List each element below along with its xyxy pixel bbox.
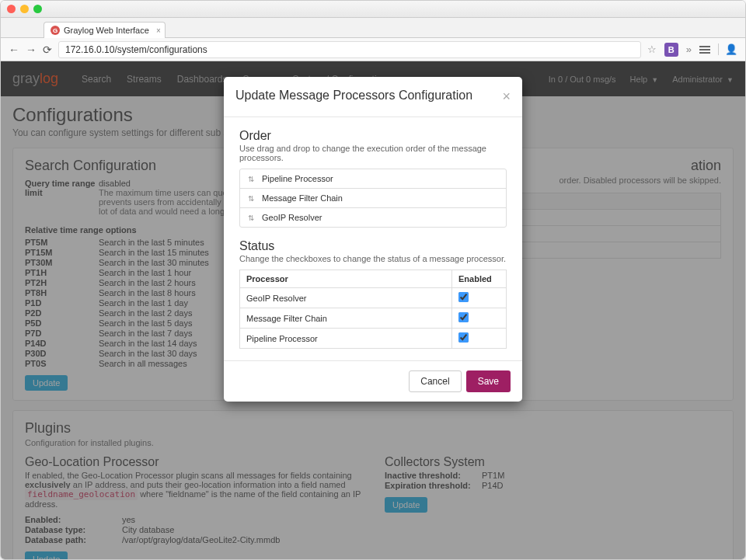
drag-handle-icon[interactable]: ⇅	[248, 175, 254, 183]
traffic-lights	[7, 5, 42, 13]
enabled-checkbox[interactable]	[458, 292, 469, 302]
minimize-icon[interactable]	[20, 5, 29, 13]
address-bar: ← → ⟳ 172.16.0.10/system/configurations …	[1, 38, 745, 61]
order-hint: Use drag and drop to change the executio…	[239, 144, 507, 162]
order-item-label: Pipeline Processor	[262, 174, 333, 183]
table-row: Message Filter Chain	[240, 308, 507, 329]
modal-close-icon[interactable]: ×	[502, 89, 511, 105]
enabled-checkbox[interactable]	[458, 312, 469, 322]
processor-name: Message Filter Chain	[240, 308, 452, 329]
url-input[interactable]: 172.16.0.10/system/configurations	[58, 41, 641, 58]
order-item[interactable]: ⇅Pipeline Processor	[240, 169, 506, 189]
order-item[interactable]: ⇅GeoIP Resolver	[240, 208, 506, 227]
enabled-checkbox[interactable]	[458, 332, 469, 343]
order-item-label: Message Filter Chain	[262, 193, 343, 203]
modal-title: Update Message Processors Configuration	[235, 89, 472, 105]
table-row: Pipeline Processor	[240, 329, 507, 349]
status-hint: Change the checkboxes to change the stat…	[239, 254, 507, 263]
drag-handle-icon[interactable]: ⇅	[248, 214, 254, 222]
table-row: GeoIP Resolver	[240, 288, 507, 308]
titlebar	[1, 1, 745, 18]
drag-handle-icon[interactable]: ⇅	[248, 194, 254, 203]
order-item-label: GeoIP Resolver	[262, 213, 322, 222]
th-enabled: Enabled	[452, 270, 507, 288]
browser-window: G Graylog Web Interface × ← → ⟳ 172.16.0…	[0, 0, 746, 560]
status-table: Processor Enabled GeoIP ResolverMessage …	[239, 270, 507, 349]
close-icon[interactable]	[7, 5, 16, 13]
chevron-right-icon[interactable]: »	[686, 43, 692, 55]
cancel-button[interactable]: Cancel	[409, 370, 461, 392]
order-list: ⇅Pipeline Processor⇅Message Filter Chain…	[239, 169, 507, 228]
status-title: Status	[239, 239, 507, 253]
save-button[interactable]: Save	[466, 370, 511, 392]
tab-title: Graylog Web Interface	[64, 26, 149, 35]
tab-strip: G Graylog Web Interface ×	[1, 18, 745, 38]
extension-icon[interactable]: B	[664, 43, 678, 57]
favicon-icon: G	[51, 26, 60, 35]
processor-name: Pipeline Processor	[240, 329, 452, 349]
reload-icon[interactable]: ⟳	[43, 43, 52, 56]
order-item[interactable]: ⇅Message Filter Chain	[240, 189, 506, 208]
viewport: graylog Search Streams Dashboards Source…	[1, 61, 745, 559]
maximize-icon[interactable]	[33, 5, 42, 13]
order-title: Order	[239, 129, 507, 143]
hamburger-icon[interactable]	[699, 46, 710, 54]
modal-dialog: Update Message Processors Configuration …	[224, 77, 522, 402]
th-processor: Processor	[240, 270, 452, 288]
browser-tab[interactable]: G Graylog Web Interface ×	[44, 22, 166, 38]
star-icon[interactable]: ☆	[647, 43, 657, 55]
tab-close-icon[interactable]: ×	[156, 26, 161, 35]
forward-icon[interactable]: →	[26, 43, 37, 56]
processor-name: GeoIP Resolver	[240, 288, 452, 308]
back-icon[interactable]: ←	[9, 43, 19, 56]
user-icon[interactable]: 👤	[718, 43, 737, 55]
